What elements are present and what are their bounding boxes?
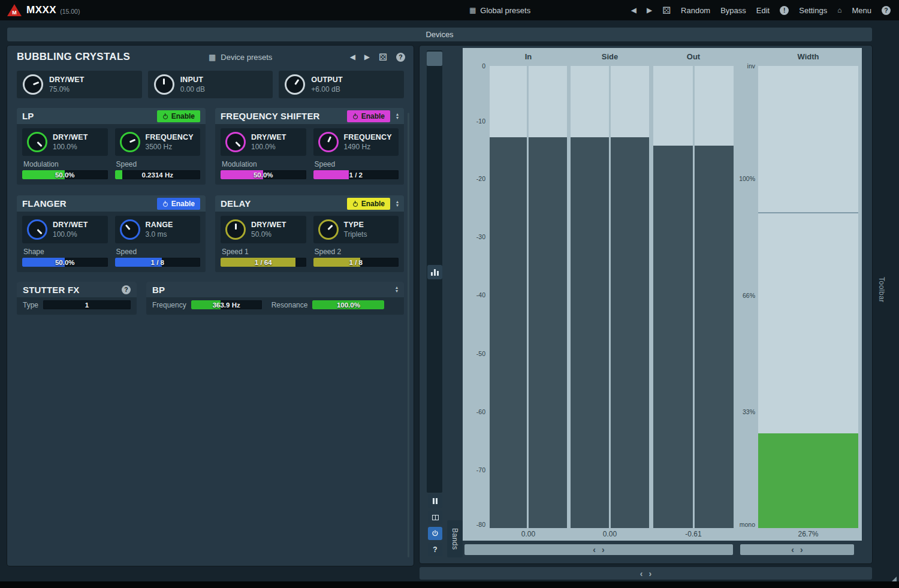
speed-slider[interactable]: 1 / 2 bbox=[313, 170, 399, 179]
meter-canvas[interactable]: In Side Out Width 0 -10 -20 -30 -40 -50 … bbox=[463, 48, 862, 541]
power-button[interactable] bbox=[428, 527, 442, 540]
prev-preset-icon[interactable]: ◀ bbox=[631, 6, 636, 14]
knob-dial[interactable] bbox=[225, 132, 246, 152]
db-tick: -50 bbox=[463, 350, 485, 357]
device-panel: BUBBLING CRYSTALS ▦ Device presets ◀ ▶ ⚄… bbox=[7, 46, 414, 566]
modulation-slider[interactable]: 50.0% bbox=[22, 170, 108, 179]
knob-label: INPUT bbox=[180, 76, 205, 84]
layout-button[interactable] bbox=[428, 511, 442, 524]
info-icon[interactable]: ! bbox=[780, 6, 789, 15]
enable-button[interactable]: Enable bbox=[347, 110, 390, 122]
meter-bar-divider bbox=[693, 66, 695, 528]
knob-frequency[interactable]: FREQUENCY 1490 Hz bbox=[313, 128, 399, 156]
pause-button[interactable] bbox=[428, 494, 442, 508]
slider-handle[interactable] bbox=[427, 52, 442, 66]
shape-slider[interactable]: 50.0% bbox=[22, 258, 108, 267]
param-value: 1 / 8 bbox=[313, 258, 399, 267]
power-icon bbox=[352, 113, 358, 119]
knob-dry-wet[interactable]: DRY/WET 100.0% bbox=[221, 128, 306, 156]
bottom-scrollbar[interactable]: ‹ › bbox=[420, 567, 872, 580]
knob-dial[interactable] bbox=[225, 219, 246, 240]
help-icon[interactable]: ? bbox=[396, 53, 405, 62]
knob-type[interactable]: TYPE Triplets bbox=[313, 216, 399, 243]
titlebar: M MXXX (15.00) ▦ Global presets ◀ ▶ ⚄ Ra… bbox=[0, 0, 899, 20]
knob-dial[interactable] bbox=[318, 219, 339, 240]
toolbar-tab[interactable]: Toolbar bbox=[877, 277, 886, 303]
global-presets-button[interactable]: ▦ Global presets bbox=[469, 6, 530, 15]
home-icon[interactable]: ⌂ bbox=[837, 6, 841, 14]
type-slider[interactable]: 1 bbox=[43, 300, 131, 309]
enable-button[interactable]: Enable bbox=[157, 110, 200, 122]
enable-label: Enable bbox=[361, 200, 385, 208]
reorder-spinner[interactable]: ▴▾ bbox=[396, 286, 398, 293]
knob-dry-wet[interactable]: DRY/WET 100.0% bbox=[22, 128, 108, 156]
knob-input[interactable]: INPUT 0.00 dB bbox=[148, 71, 273, 98]
knob-dry-wet[interactable]: DRY/WET 50.0% bbox=[221, 216, 306, 243]
enable-button[interactable]: Enable bbox=[157, 198, 200, 210]
tab-bands-label: Bands bbox=[451, 528, 459, 550]
resonance-slider[interactable]: 100.0% bbox=[312, 300, 384, 309]
device-panel-scrollbar[interactable] bbox=[408, 113, 409, 557]
knob-dial[interactable] bbox=[154, 74, 174, 95]
help-icon[interactable]: ? bbox=[882, 6, 891, 15]
param-label: Speed bbox=[115, 160, 201, 168]
tab-bands[interactable]: Bands bbox=[447, 520, 463, 557]
settings-button[interactable]: Settings bbox=[799, 6, 827, 15]
edit-button[interactable]: Edit bbox=[756, 6, 770, 15]
readout-width: 26.7% bbox=[758, 530, 858, 538]
speed-slider[interactable]: 0.2314 Hz bbox=[115, 170, 201, 179]
dice-icon[interactable]: ⚄ bbox=[379, 52, 387, 63]
frequency-slider[interactable]: 363.9 Hz bbox=[191, 300, 262, 309]
meter-mode-button[interactable] bbox=[427, 265, 442, 279]
param-label: Frequency bbox=[152, 301, 186, 309]
module-bp: BP ▴▾ Frequency 363.9 Hz Resonance 100.0… bbox=[146, 282, 404, 315]
meter-column-header: Width bbox=[758, 52, 858, 61]
knob-dial[interactable] bbox=[120, 219, 140, 240]
module-title: BP bbox=[152, 285, 390, 295]
reorder-spinner[interactable]: ▴▾ bbox=[396, 113, 399, 120]
power-icon bbox=[162, 113, 168, 119]
knob-range[interactable]: RANGE 3.0 ms bbox=[115, 216, 201, 243]
tab-devices-label: Devices bbox=[426, 30, 453, 39]
next-preset-icon[interactable]: ▶ bbox=[364, 53, 370, 61]
width-scrollbar[interactable]: ‹ › bbox=[740, 544, 854, 555]
width-tick: inv bbox=[732, 62, 755, 70]
knob-dial[interactable] bbox=[285, 74, 305, 95]
meter-scrollbar[interactable]: ‹ › bbox=[464, 544, 733, 555]
knob-label: TYPE bbox=[344, 221, 367, 229]
speed1-slider[interactable]: 1 / 64 bbox=[221, 258, 306, 267]
param-label: Speed bbox=[115, 248, 201, 256]
knob-dial[interactable] bbox=[23, 74, 43, 95]
knob-dial[interactable] bbox=[318, 132, 339, 152]
knob-dry-wet[interactable]: DRY/WET 100.0% bbox=[22, 216, 108, 243]
help-icon[interactable]: ? bbox=[122, 285, 131, 294]
next-preset-icon[interactable]: ▶ bbox=[647, 6, 652, 14]
tab-devices[interactable]: Devices bbox=[7, 28, 872, 41]
random-button[interactable]: Random bbox=[681, 6, 710, 15]
device-presets-button[interactable]: ▦ Device presets bbox=[209, 53, 272, 62]
knob-label: FREQUENCY bbox=[344, 133, 392, 141]
reorder-spinner[interactable]: ▴▾ bbox=[396, 200, 399, 207]
knob-dial[interactable] bbox=[27, 132, 47, 152]
knob-output[interactable]: OUTPUT +6.00 dB bbox=[279, 71, 404, 98]
speed2-slider[interactable]: 1 / 8 bbox=[313, 258, 399, 267]
knob-dry-wet[interactable]: DRY/WET 75.0% bbox=[17, 71, 142, 98]
titlebar-actions: ◀ ▶ ⚄ Random Bypass Edit ! Settings ⌂ Me… bbox=[631, 5, 899, 16]
modulation-slider[interactable]: 50.0% bbox=[221, 170, 306, 179]
knob-dial[interactable] bbox=[27, 219, 47, 240]
dice-icon[interactable]: ⚄ bbox=[662, 5, 671, 16]
scroll-left-icon: ‹ bbox=[640, 569, 643, 578]
param-label: Modulation bbox=[22, 160, 108, 168]
grid-icon: ▦ bbox=[469, 6, 476, 14]
menu-button[interactable]: Menu bbox=[852, 6, 871, 15]
window-bottom-edge bbox=[0, 581, 899, 588]
knob-frequency[interactable]: FREQUENCY 3500 Hz bbox=[115, 128, 201, 156]
enable-label: Enable bbox=[171, 200, 195, 208]
knob-dial[interactable] bbox=[120, 132, 140, 152]
enable-button[interactable]: Enable bbox=[347, 198, 390, 210]
bypass-button[interactable]: Bypass bbox=[720, 6, 746, 15]
speed-slider[interactable]: 1 / 8 bbox=[115, 258, 201, 267]
prev-preset-icon[interactable]: ◀ bbox=[350, 53, 355, 61]
param-value: 363.9 Hz bbox=[191, 300, 262, 309]
help-button[interactable]: ? bbox=[428, 543, 442, 556]
